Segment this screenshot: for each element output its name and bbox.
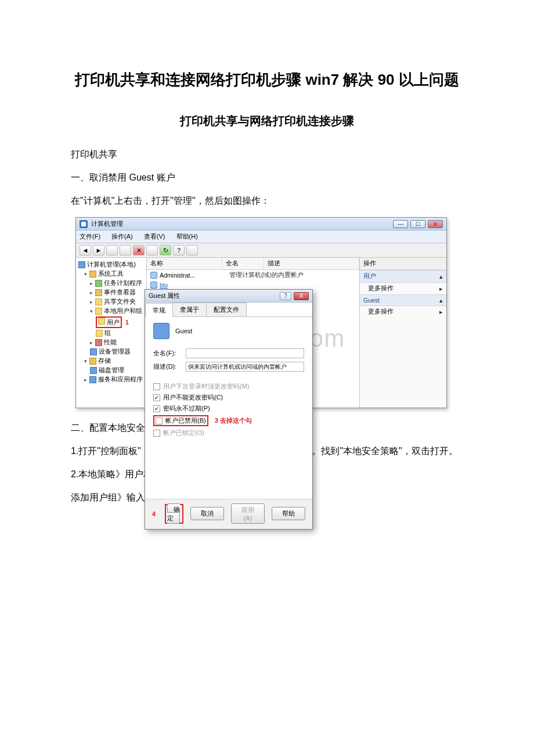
window-titlebar: 计算机管理 — ☐ X: [76, 218, 446, 231]
para-step1: 一、取消禁用 Guest 账户: [52, 168, 482, 187]
disk-icon: [90, 367, 97, 374]
cancel-button[interactable]: 取消: [190, 507, 224, 520]
tree-shares[interactable]: ▸共享文件夹: [78, 297, 145, 307]
tool-btn-help[interactable]: ?: [173, 245, 185, 255]
para-step1-text: 在"计算机"上右击，打开"管理"，然后如图操作：: [52, 192, 482, 210]
ok-button[interactable]: 确定: [167, 503, 180, 524]
check-never-expire[interactable]: ✔ 密码永不过期(P): [153, 404, 304, 413]
dialog-footer: 4 确定 取消 应用(A) 帮助: [145, 499, 312, 529]
actions-header: 操作: [360, 258, 446, 270]
tool-btn-2[interactable]: [120, 245, 131, 255]
fullname-label: 全名(F):: [153, 349, 186, 358]
tree-tasksched[interactable]: ▸任务计划程序: [78, 279, 145, 288]
tree-eventvwr[interactable]: ▸事件查看器: [78, 288, 145, 297]
col-fullname[interactable]: 全名: [222, 258, 264, 269]
tree-diskmgmt[interactable]: 磁盘管理: [78, 366, 145, 375]
tree-storage[interactable]: ▾存储: [78, 357, 145, 366]
actions-more-2[interactable]: 更多操作▸: [360, 306, 446, 318]
checkbox-icon: [153, 383, 160, 390]
menu-action[interactable]: 操作(A): [111, 233, 133, 240]
folder-icon: [95, 308, 102, 315]
checkbox-icon: [153, 430, 160, 437]
tab-profile[interactable]: 配置文件: [206, 303, 247, 316]
user-large-icon: [153, 323, 169, 339]
tree-users[interactable]: 用户 1: [78, 316, 145, 329]
device-icon: [90, 348, 97, 355]
menu-file[interactable]: 文件(F): [80, 233, 100, 240]
clock-icon: [95, 280, 102, 287]
tree-groups[interactable]: 组: [78, 329, 145, 338]
services-icon: [89, 376, 96, 383]
tree-devmgr[interactable]: 设备管理器: [78, 347, 145, 357]
user-row-blo[interactable]: blo: [147, 280, 359, 290]
actions-pane: 操作 用户▴ 更多操作▸ Guest▴ 更多操作▸: [359, 258, 446, 408]
tree-localusers[interactable]: ▾本地用户和组: [78, 307, 145, 316]
tool-btn-4[interactable]: [186, 245, 198, 255]
dialog-titlebar: Guest 属性 ? X: [145, 290, 312, 303]
toolbar: ◄ ► ✕ ↻ ?: [76, 243, 446, 258]
tree-systools[interactable]: ▾系统工具: [78, 269, 145, 279]
help-button[interactable]: 帮助: [272, 507, 305, 520]
user-row-admin[interactable]: Administrat... 管理计算机(域)的内置帐户: [147, 270, 359, 280]
para-section: 打印机共享: [52, 145, 482, 164]
menu-bar: 文件(F) 操作(A) 查看(V) 帮助(H): [76, 231, 446, 243]
perf-icon: [95, 339, 102, 346]
dialog-title: Guest 属性: [149, 291, 180, 300]
dialog-username: Guest: [175, 327, 192, 334]
nav-fwd-button[interactable]: ►: [93, 245, 104, 255]
tool-btn-refresh[interactable]: ↻: [160, 245, 171, 255]
tool-btn-delete[interactable]: ✕: [133, 245, 145, 255]
menu-help[interactable]: 帮助(H): [176, 233, 198, 240]
computer-icon: [78, 261, 85, 268]
dialog-tabs: 常规 隶属于 配置文件: [145, 303, 312, 317]
actions-section-users[interactable]: 用户▴: [360, 270, 446, 283]
annotation-1: 1: [125, 319, 129, 326]
minimize-button[interactable]: —: [393, 220, 408, 228]
main-title: 打印机共享和连接网络打印机步骤 win7 解决 90 以上问题: [52, 70, 482, 90]
tree-root[interactable]: 计算机管理(本地): [78, 260, 145, 269]
tool-btn-1[interactable]: [106, 245, 118, 255]
tree-services[interactable]: ▸服务和应用程序: [78, 375, 145, 384]
annotation-4: 4: [152, 510, 156, 517]
tab-member[interactable]: 隶属于: [172, 303, 207, 316]
annotation-3: 3 去掉这个勾: [215, 416, 252, 425]
tree-perf[interactable]: ▸性能: [78, 338, 145, 347]
close-button[interactable]: X: [428, 220, 443, 228]
apply-button[interactable]: 应用(A): [231, 503, 265, 524]
tab-general[interactable]: 常规: [145, 303, 173, 317]
actions-section-guest[interactable]: Guest▴: [360, 294, 446, 306]
checkbox-icon: ✔: [153, 405, 160, 412]
user-icon: [150, 272, 157, 279]
check-disabled[interactable]: 帐户已禁用(B) 3 去掉这个勾: [153, 415, 304, 426]
check-cannot-change[interactable]: ✔ 用户不能更改密码(C): [153, 393, 304, 402]
desc-label: 描述(D):: [153, 362, 186, 371]
menu-view[interactable]: 查看(V): [144, 233, 165, 240]
guest-properties-dialog: Guest 属性 ? X 常规 隶属于 配置文件 Guest: [145, 289, 313, 530]
fullname-input[interactable]: [186, 348, 304, 358]
col-name[interactable]: 名称: [147, 258, 222, 269]
checkbox-icon: [156, 417, 163, 424]
maximize-button[interactable]: ☐: [410, 220, 425, 228]
folder-icon: [89, 271, 96, 278]
list-header: 名称 全名 描述: [147, 258, 359, 270]
desc-input[interactable]: [186, 362, 304, 372]
folder-icon: [96, 330, 103, 337]
nav-back-button[interactable]: ◄: [80, 245, 91, 255]
checkbox-icon: ✔: [153, 394, 160, 401]
app-icon: [80, 220, 88, 228]
dialog-close-button[interactable]: X: [294, 292, 309, 300]
col-desc[interactable]: 描述: [264, 258, 359, 269]
nav-tree: 计算机管理(本地) ▾系统工具 ▸任务计划程序 ▸事件查看器 ▸共享文件夹 ▾本…: [76, 258, 147, 408]
check-locked: 帐户已锁定(O): [153, 429, 304, 437]
actions-more-1[interactable]: 更多操作▸: [360, 283, 446, 294]
window-title: 计算机管理: [91, 219, 123, 228]
check-change-password: 用户下次登录时须更改密码(M): [153, 382, 304, 391]
sub-title: 打印机共享与网络打印机连接步骤: [52, 113, 482, 129]
list-pane: 名称 全名 描述 Administrat... 管理计算机(域)的内置帐户 bl…: [147, 258, 359, 408]
folder-icon: [95, 298, 102, 305]
tool-btn-3[interactable]: [146, 245, 158, 255]
storage-icon: [89, 358, 96, 365]
dialog-help-button[interactable]: ?: [280, 292, 291, 300]
user-icon: [150, 282, 157, 289]
folder-icon: [98, 318, 105, 325]
